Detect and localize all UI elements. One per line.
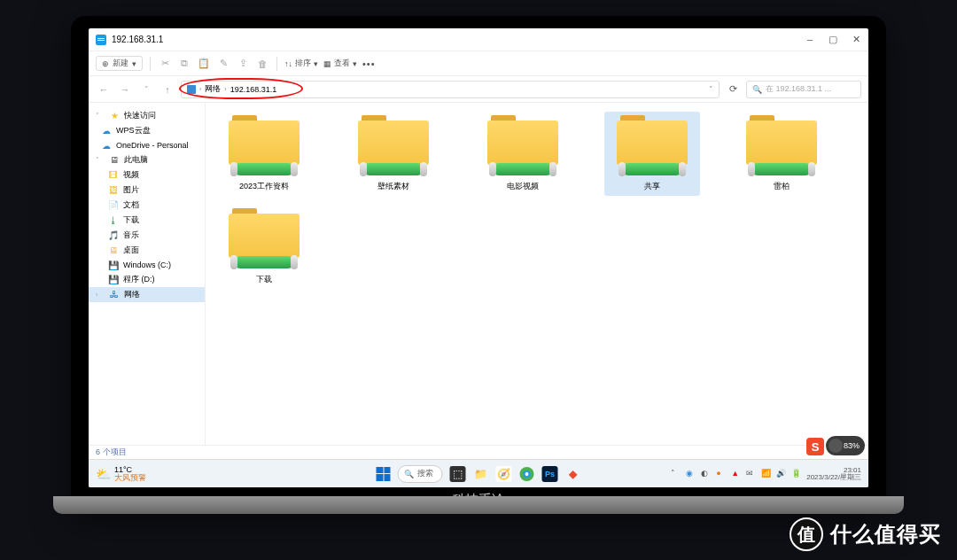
clock[interactable]: 23:01 2023/3/22/星期三 xyxy=(806,467,861,481)
sidebar-programs[interactable]: 💾程序 (D:) xyxy=(89,272,205,287)
sogou-badge-icon[interactable]: S xyxy=(806,438,824,455)
view-button[interactable]: ▦ 查看 ▾ xyxy=(323,58,357,69)
sidebar-downloads[interactable]: ⭳下载 xyxy=(89,213,205,228)
breadcrumb-network[interactable]: 网络 xyxy=(205,83,221,95)
sidebar-pictures[interactable]: 🖼图片 xyxy=(89,183,205,198)
breadcrumb-ip[interactable]: 192.168.31.1 xyxy=(230,85,277,94)
taskview-icon[interactable]: ⬚ xyxy=(450,466,466,482)
sort-button[interactable]: ↑↓ 排序 ▾ xyxy=(284,58,318,69)
sidebar-thispc[interactable]: ˅🖥此电脑 xyxy=(89,152,205,167)
window-title: 192.168.31.1 xyxy=(112,35,163,44)
app-icon xyxy=(96,35,106,45)
status-bar: 6 个项目 xyxy=(89,445,868,459)
watermark: 值 什么值得买 xyxy=(790,517,941,551)
taskbar-search[interactable]: 🔍 搜索 xyxy=(398,465,443,483)
chrome-icon[interactable] xyxy=(519,466,535,482)
parent-button[interactable]: ↑ xyxy=(160,82,175,97)
app-icon[interactable]: ◆ xyxy=(565,466,581,482)
sidebar-onedrive[interactable]: ☁OneDrive - Personal xyxy=(89,138,205,152)
sidebar-documents[interactable]: 📄文档 xyxy=(89,198,205,213)
battery-indicator[interactable]: 83% xyxy=(826,436,865,455)
more-button[interactable]: ••• xyxy=(362,58,376,69)
tray-app-icon[interactable]: ▲ xyxy=(731,469,742,479)
delete-icon[interactable]: 🗑 xyxy=(255,57,269,71)
back-button[interactable]: ← xyxy=(96,82,112,97)
svg-point-2 xyxy=(525,471,529,476)
up-button[interactable]: ˅ xyxy=(138,82,154,97)
network-folder[interactable]: 电影视频 xyxy=(475,112,571,196)
new-button[interactable]: ⊕ 新建 ▾ xyxy=(96,56,143,71)
start-button[interactable] xyxy=(377,467,391,481)
photoshop-icon[interactable]: Ps xyxy=(542,466,558,482)
share-icon[interactable]: ⇪ xyxy=(236,57,250,71)
network-folder[interactable]: 共享 xyxy=(604,112,700,196)
refresh-button[interactable]: ⟳ xyxy=(725,82,741,97)
minimize-button[interactable]: – xyxy=(805,34,815,45)
watermark-icon: 值 xyxy=(790,517,823,551)
tray-app-icon[interactable]: ✉ xyxy=(746,469,757,479)
close-button[interactable]: ✕ xyxy=(851,34,861,45)
taskbar: ⛅ 11°C大风预警 🔍 搜索 ⬚ 📁 🧭 Ps ◆ ˄ ◉ ◐ ● ▲ ✉ xyxy=(89,459,868,487)
network-icon xyxy=(187,85,196,94)
sidebar-desktop[interactable]: 🖥桌面 xyxy=(89,243,205,258)
sidebar-videos[interactable]: 🎞视频 xyxy=(89,167,205,183)
sidebar-network[interactable]: ›🖧网络 xyxy=(89,287,205,302)
tray-app-icon[interactable]: ◉ xyxy=(686,469,696,479)
tray-app-icon[interactable]: ◐ xyxy=(701,469,712,479)
edge-icon[interactable]: 🧭 xyxy=(496,466,512,482)
network-folder[interactable]: 壁纸素材 xyxy=(346,112,441,196)
network-folder[interactable]: 下载 xyxy=(216,205,312,289)
folder-content: 2023工作资料 壁纸素材 电影视频 共享 xyxy=(206,103,868,445)
cut-icon[interactable]: ✂ xyxy=(158,57,172,71)
paste-icon[interactable]: 📋 xyxy=(197,57,211,71)
network-folder[interactable]: 雷柏 xyxy=(734,112,829,196)
network-folder[interactable]: 2023工作资料 xyxy=(216,112,312,196)
maximize-button[interactable]: ▢ xyxy=(828,34,838,45)
search-input[interactable]: 🔍 在 192.168.31.1 ... xyxy=(746,81,861,98)
weather-widget[interactable]: ⛅ 11°C大风预警 xyxy=(96,466,146,482)
copy-icon[interactable]: ⧉ xyxy=(177,57,191,71)
forward-button[interactable]: → xyxy=(117,82,133,97)
explorer-icon[interactable]: 📁 xyxy=(473,466,489,482)
volume-icon[interactable]: 🔊 xyxy=(776,469,787,479)
address-bar[interactable]: › 网络 › 192.168.31.1 ˅ xyxy=(181,81,720,98)
tray-app-icon[interactable]: ● xyxy=(716,469,727,479)
sidebar-cdrive[interactable]: 💾Windows (C:) xyxy=(89,258,205,272)
rename-icon[interactable]: ✎ xyxy=(216,57,230,71)
tray-chevron-icon[interactable]: ˄ xyxy=(671,469,681,479)
sidebar-wps[interactable]: ☁WPS云盘 xyxy=(89,123,205,138)
battery-icon[interactable]: 🔋 xyxy=(791,469,802,479)
wifi-icon[interactable]: 📶 xyxy=(761,469,772,479)
sidebar-music[interactable]: 🎵音乐 xyxy=(89,228,205,243)
sidebar: ˅★快速访问 ☁WPS云盘 ☁OneDrive - Personal ˅🖥此电脑… xyxy=(89,103,206,445)
sidebar-quickaccess[interactable]: ˅★快速访问 xyxy=(89,108,205,123)
